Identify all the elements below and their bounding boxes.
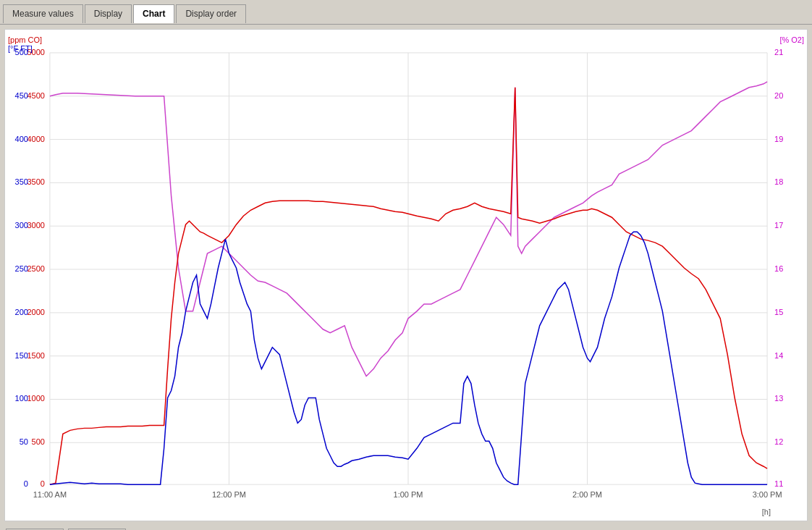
svg-text:3:00 PM: 3:00 PM: [753, 490, 782, 499]
svg-text:12: 12: [774, 437, 783, 446]
svg-text:450: 450: [15, 91, 28, 100]
tab-chart[interactable]: Chart: [133, 4, 174, 23]
svg-text:12:00 PM: 12:00 PM: [212, 490, 246, 499]
svg-text:18: 18: [774, 177, 783, 186]
tab-bar: Measure values Display Chart Display ord…: [0, 0, 812, 25]
svg-text:11:00 AM: 11:00 AM: [33, 490, 67, 499]
svg-text:21: 21: [774, 48, 783, 56]
svg-text:50: 50: [20, 437, 28, 446]
svg-text:17: 17: [774, 221, 783, 230]
svg-text:500: 500: [32, 437, 45, 446]
svg-text:2500: 2500: [27, 264, 44, 273]
y-axis-left-ft-label: [°F FT]: [8, 44, 33, 53]
svg-text:4000: 4000: [27, 135, 44, 143]
svg-text:11: 11: [774, 479, 783, 488]
svg-text:14: 14: [774, 351, 783, 360]
chart-svg: 5000 4500 4000 3500 3000 2500 2000 1500 …: [5, 30, 807, 521]
svg-text:250: 250: [15, 264, 28, 273]
bottom-button-bar: [0, 526, 812, 530]
svg-text:15: 15: [774, 308, 783, 316]
svg-text:3000: 3000: [27, 221, 44, 230]
x-axis-label: [h]: [762, 508, 771, 516]
tab-display[interactable]: Display: [85, 4, 132, 23]
svg-text:0: 0: [41, 479, 45, 488]
svg-text:100: 100: [15, 394, 28, 403]
svg-text:16: 16: [774, 264, 783, 273]
svg-text:1000: 1000: [27, 394, 44, 403]
svg-text:350: 350: [15, 177, 28, 186]
svg-text:300: 300: [15, 221, 28, 230]
svg-text:200: 200: [15, 308, 28, 316]
svg-text:1500: 1500: [27, 351, 44, 360]
svg-text:4500: 4500: [27, 91, 44, 100]
tab-display-order[interactable]: Display order: [176, 4, 246, 23]
chart-container: [ppm CO] [°F FT] [% O2] [h] 5000 4500 40…: [4, 29, 808, 521]
svg-text:13: 13: [774, 394, 783, 403]
tab-measure-values[interactable]: Measure values: [3, 4, 83, 23]
svg-text:2000: 2000: [27, 308, 44, 316]
svg-text:0: 0: [24, 479, 28, 488]
svg-text:150: 150: [15, 351, 28, 360]
svg-text:19: 19: [774, 135, 783, 143]
y-axis-right-label: [% O2]: [779, 35, 804, 44]
svg-text:400: 400: [15, 135, 28, 143]
svg-text:3500: 3500: [27, 177, 44, 186]
y-axis-left-co-label: [ppm CO]: [8, 35, 42, 44]
svg-text:20: 20: [774, 91, 783, 100]
svg-text:1:00 PM: 1:00 PM: [394, 490, 423, 499]
svg-text:2:00 PM: 2:00 PM: [572, 490, 602, 499]
